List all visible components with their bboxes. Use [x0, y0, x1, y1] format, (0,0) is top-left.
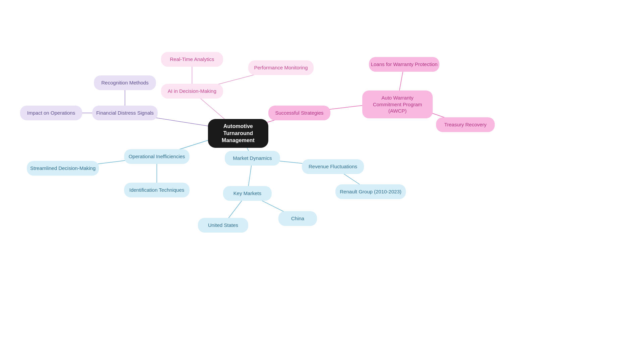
- node-united-states[interactable]: United States: [198, 218, 248, 233]
- node-china[interactable]: China: [278, 211, 317, 226]
- renault-group-label: Renault Group (2010-2023): [340, 188, 401, 195]
- node-key-markets[interactable]: Key Markets: [223, 186, 272, 201]
- node-revenue-fluctuations[interactable]: Revenue Fluctuations: [302, 159, 364, 174]
- revenue-fluctuations-label: Revenue Fluctuations: [309, 163, 357, 170]
- node-market-dynamics[interactable]: Market Dynamics: [225, 151, 280, 166]
- market-dynamics-label: Market Dynamics: [233, 155, 272, 162]
- china-label: China: [291, 215, 304, 222]
- node-recognition-methods[interactable]: Recognition Methods: [94, 75, 156, 90]
- node-real-time-analytics[interactable]: Real-Time Analytics: [161, 52, 223, 67]
- streamlined-decision-label: Streamlined Decision-Making: [30, 165, 96, 172]
- ai-decision-label: AI in Decision-Making: [168, 88, 216, 95]
- united-states-label: United States: [208, 222, 238, 229]
- treasury-recovery-label: Treasury Recovery: [444, 121, 486, 128]
- node-performance-monitoring[interactable]: Performance Monitoring: [248, 60, 314, 75]
- center-node[interactable]: Automotive Turnaround Management: [208, 119, 268, 148]
- node-ai-decision[interactable]: AI in Decision-Making: [161, 84, 223, 99]
- impact-on-operations-label: Impact on Operations: [27, 110, 75, 116]
- node-impact-on-operations[interactable]: Impact on Operations: [20, 106, 82, 120]
- identification-techniques-label: Identification Techniques: [129, 187, 184, 193]
- operational-inefficiencies-label: Operational Inefficiencies: [128, 153, 185, 160]
- real-time-analytics-label: Real-Time Analytics: [170, 56, 214, 63]
- loans-warranty-label: Loans for Warranty Protection: [371, 61, 438, 68]
- performance-monitoring-label: Performance Monitoring: [254, 64, 308, 71]
- node-treasury-recovery[interactable]: Treasury Recovery: [436, 117, 495, 132]
- node-operational-inefficiencies[interactable]: Operational Inefficiencies: [124, 149, 190, 164]
- awcp-label: Auto Warranty Commitment Program (AWCP): [369, 95, 426, 114]
- successful-strategies-label: Successful Strategies: [275, 110, 323, 116]
- node-successful-strategies[interactable]: Successful Strategies: [268, 106, 330, 120]
- node-loans-warranty[interactable]: Loans for Warranty Protection: [369, 57, 439, 72]
- node-renault-group[interactable]: Renault Group (2010-2023): [335, 184, 406, 199]
- node-streamlined-decision[interactable]: Streamlined Decision-Making: [27, 161, 99, 176]
- node-awcp[interactable]: Auto Warranty Commitment Program (AWCP): [362, 90, 433, 118]
- center-label: Automotive Turnaround Management: [215, 123, 262, 144]
- key-markets-label: Key Markets: [233, 190, 261, 197]
- financial-distress-label: Financial Distress Signals: [96, 110, 154, 116]
- recognition-methods-label: Recognition Methods: [101, 79, 149, 86]
- node-identification-techniques[interactable]: Identification Techniques: [124, 183, 190, 197]
- node-financial-distress[interactable]: Financial Distress Signals: [92, 106, 158, 120]
